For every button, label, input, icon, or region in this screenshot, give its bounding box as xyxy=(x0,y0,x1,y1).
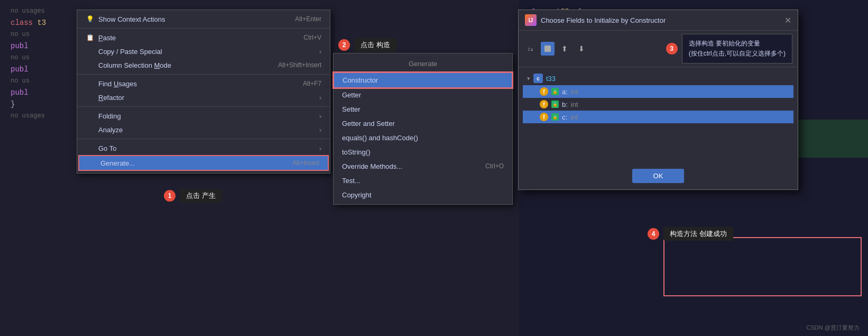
gen-item-getter[interactable]: Getter xyxy=(334,88,512,102)
arrow-icon: › xyxy=(319,94,321,102)
badge3-area: 3 选择构造 要初始化的变量 (按住ctrl点击,可以自定义选择多个) xyxy=(666,34,792,63)
field-type-icon-a: f xyxy=(540,87,548,96)
generate-submenu[interactable]: Generate Constructor Getter Setter Gette… xyxy=(333,53,513,205)
toolbar-align-bottom-btn[interactable]: ⬇ xyxy=(575,42,588,56)
menu-item-find-usages[interactable]: Find Usages Alt+F7 xyxy=(77,77,330,90)
toolbar-sort-btn[interactable]: ↕₂ xyxy=(524,42,538,56)
badge-4-container: 4 构造方法 创建成功 xyxy=(648,227,733,241)
badge1-tooltip: 点击 产生 xyxy=(180,189,222,203)
gen-item-getter-setter[interactable]: Getter and Setter xyxy=(334,116,512,131)
empty-icon xyxy=(86,61,94,69)
field-item-a[interactable]: f 🔒 a: int xyxy=(523,85,793,98)
intellij-logo: IJ xyxy=(525,14,537,26)
arrow-icon: › xyxy=(319,144,321,152)
menu-separator xyxy=(77,106,330,107)
dialog-ok-area: OK xyxy=(519,162,798,189)
empty-icon xyxy=(86,47,94,56)
arrow-icon: › xyxy=(319,48,321,56)
gen-item-copyright[interactable]: Copyright xyxy=(334,188,512,202)
menu-separator xyxy=(77,74,330,75)
step-badge-4: 4 xyxy=(648,228,659,240)
ok-button[interactable]: OK xyxy=(632,169,685,183)
step-badge-1: 1 xyxy=(164,190,176,202)
step-badge-2: 2 xyxy=(338,39,350,51)
gen-item-test[interactable]: Test... xyxy=(334,174,512,188)
dialog-close-button[interactable]: ✕ xyxy=(784,15,791,25)
badge-1-container: 1 点击 产生 xyxy=(164,189,222,203)
field-type-icon-b: f xyxy=(540,100,548,108)
tree-class-item[interactable]: ▾ c t33 xyxy=(523,71,793,85)
lightbulb-icon: 💡 xyxy=(86,15,94,23)
generate-submenu-header: Generate xyxy=(334,56,512,72)
class-name: t33 xyxy=(546,75,556,83)
badge3-tooltip: 选择构造 要初始化的变量 (按住ctrl点击,可以自定义选择多个) xyxy=(682,34,792,63)
context-menu[interactable]: 💡 Show Context Actions Alt+Enter 📋 Paste… xyxy=(77,10,330,174)
field-item-b[interactable]: f 🔒 b: int xyxy=(523,98,793,111)
arrow-icon: › xyxy=(319,112,321,120)
step-badge-3: 3 xyxy=(666,43,678,55)
menu-item-goto[interactable]: Go To › xyxy=(77,141,330,155)
footer-credit: CSDN @贤汀要努力 xyxy=(807,324,860,332)
empty-icon xyxy=(86,125,94,134)
menu-item-analyze[interactable]: Analyze › xyxy=(77,123,330,137)
dialog-toolbar: ↕₂ ⬆ ⬇ 3 选择构造 要初始化的变量 (按住ctrl点击,可以自定义选择多… xyxy=(519,31,798,67)
menu-separator xyxy=(77,28,330,29)
gen-item-equals-hashcode[interactable]: equals() and hashCode() xyxy=(334,131,512,145)
menu-item-column-selection[interactable]: Column Selection Mode Alt+Shift+Insert xyxy=(77,58,330,72)
field-lock-icon-a: 🔒 xyxy=(551,88,559,95)
badge4-tooltip: 构造方法 创建成功 xyxy=(663,227,733,241)
menu-item-generate[interactable]: Generate... Alt+Insert xyxy=(78,155,329,171)
gen-item-override-methods[interactable]: Override Methods... Ctrl+O xyxy=(334,159,512,174)
badge-2-container: 2 点击 构造 xyxy=(338,38,396,52)
svg-rect-1 xyxy=(544,46,551,52)
field-item-c[interactable]: f 🔒 c: int xyxy=(523,111,793,123)
dialog-title-bar: IJ Choose Fields to Initialize by Constr… xyxy=(519,10,798,31)
menu-item-paste[interactable]: 📋 Paste Ctrl+V xyxy=(77,31,330,44)
gen-item-tostring[interactable]: toString() xyxy=(334,145,512,159)
badge2-tooltip: 点击 构造 xyxy=(354,38,396,52)
empty-icon xyxy=(86,144,94,152)
paste-icon: 📋 xyxy=(86,33,94,42)
choose-fields-dialog[interactable]: IJ Choose Fields to Initialize by Constr… xyxy=(518,10,798,190)
empty-icon xyxy=(86,112,94,120)
menu-item-refactor[interactable]: Refactor › xyxy=(77,90,330,104)
dialog-content: ▾ c t33 f 🔒 a: int f 🔒 b: int f 🔒 c: int xyxy=(519,67,798,162)
field-lock-icon-b: 🔒 xyxy=(551,101,559,108)
toolbar-square-btn[interactable] xyxy=(541,42,555,56)
class-type-icon: c xyxy=(533,74,543,83)
field-lock-icon-c: 🔒 xyxy=(551,113,559,121)
menu-item-folding[interactable]: Folding › xyxy=(77,109,330,123)
menu-separator xyxy=(77,139,330,139)
tree-expand-icon: ▾ xyxy=(527,75,530,82)
empty-icon xyxy=(86,93,94,102)
dialog-title: Choose Fields to Initialize by Construct… xyxy=(541,16,780,24)
arrow-icon: › xyxy=(319,126,321,134)
gen-item-constructor[interactable]: Constructor xyxy=(334,72,512,88)
menu-item-copy-paste-special[interactable]: Copy / Paste Special › xyxy=(77,44,330,58)
field-type-icon-c: f xyxy=(540,113,548,121)
empty-icon xyxy=(86,79,94,88)
gen-item-setter[interactable]: Setter xyxy=(334,102,512,116)
empty-icon xyxy=(88,159,96,167)
svg-text:↕₂: ↕₂ xyxy=(528,46,533,52)
menu-item-show-context-actions[interactable]: 💡 Show Context Actions Alt+Enter xyxy=(77,12,330,26)
toolbar-align-top-btn[interactable]: ⬆ xyxy=(558,42,571,56)
